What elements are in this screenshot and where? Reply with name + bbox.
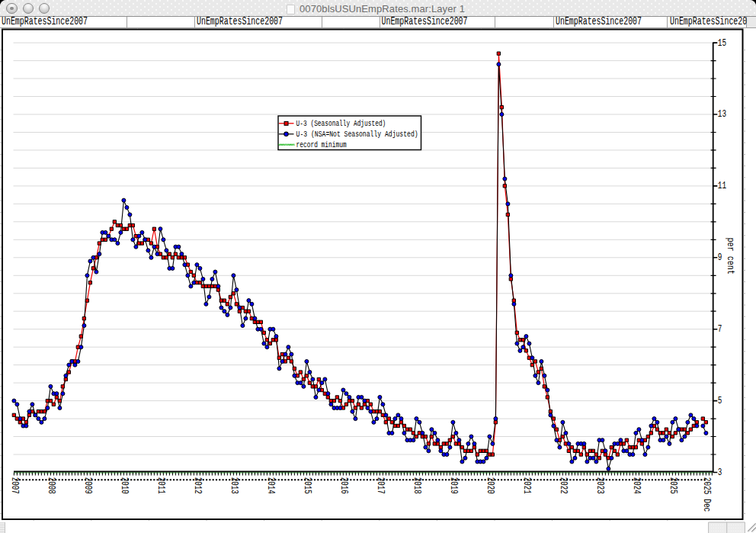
svg-text:UnEmpRatesSince2007: UnEmpRatesSince2007 [556,15,642,27]
svg-text:UnEmpRatesSince20: UnEmpRatesSince20 [670,15,747,27]
svg-text:UnEmpRatesSince2007: UnEmpRatesSince2007 [2,15,88,27]
svg-text:UnEmpRatesSince2007: UnEmpRatesSince2007 [197,15,283,27]
svg-text:UnEmpRatesSince2007: UnEmpRatesSince2007 [382,15,468,27]
